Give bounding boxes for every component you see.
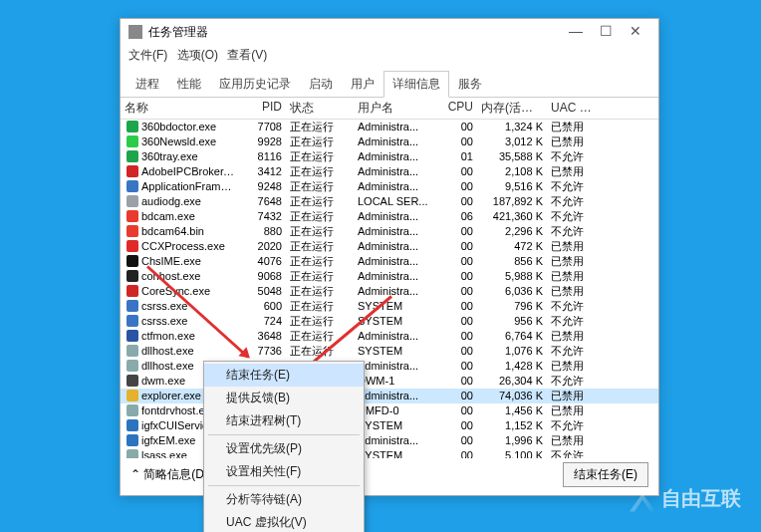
- menubar: 文件(F) 选项(O) 查看(V): [121, 45, 658, 66]
- table-row[interactable]: igfxCUIServiceSYSTEM001,152 K不允许: [121, 418, 658, 433]
- table-row[interactable]: lsass.exeSYSTEM005,100 K不允许: [121, 448, 658, 458]
- titlebar[interactable]: 任务管理器 — ☐ ✕: [121, 19, 658, 45]
- window-title: 任务管理器: [148, 24, 561, 41]
- table-row[interactable]: igfxEM.exeAdministra...001,996 K已禁用: [121, 433, 658, 448]
- col-uac[interactable]: UAC 虚拟化: [547, 100, 603, 117]
- context-menu-item[interactable]: 结束进程树(T): [204, 409, 364, 432]
- table-row[interactable]: dwm.exe1076正在运行DWM-10026,304 K不允许: [121, 374, 658, 389]
- app-icon: [128, 25, 142, 39]
- context-menu-item[interactable]: UAC 虚拟化(V): [204, 511, 364, 532]
- context-menu-item[interactable]: 提供反馈(B): [204, 387, 364, 409]
- table-row[interactable]: conhost.exe9068正在运行Administra...005,988 …: [121, 269, 658, 284]
- table-row[interactable]: explorer.exe4256正在运行Administra...0074,03…: [121, 389, 658, 403]
- table-row[interactable]: csrss.exe600正在运行SYSTEM00796 K不允许: [121, 299, 658, 314]
- table-row[interactable]: dllhost.exe9872正在运行Administra...001,428 …: [121, 359, 658, 374]
- col-cpu[interactable]: CPU: [439, 100, 477, 117]
- table-row[interactable]: bdcam.exe7432正在运行Administra...06421,360 …: [121, 209, 658, 224]
- context-menu-item[interactable]: 设置相关性(F): [204, 460, 364, 483]
- col-status[interactable]: 状态: [286, 100, 354, 117]
- watermark: 自由互联: [630, 485, 741, 512]
- table-row[interactable]: audiodg.exe7648正在运行LOCAL SER...00187,892…: [121, 194, 658, 209]
- tab-1[interactable]: 性能: [168, 71, 210, 98]
- table-row[interactable]: fontdrvhost.exUMFD-0001,456 K已禁用: [121, 403, 658, 418]
- minimize-button[interactable]: —: [561, 22, 591, 42]
- context-menu-item[interactable]: 设置优先级(P): [204, 437, 364, 460]
- tab-bar: 进程性能应用历史记录启动用户详细信息服务: [121, 70, 658, 98]
- table-row[interactable]: dllhost.exe7736正在运行SYSTEM001,076 K不允许: [121, 344, 658, 359]
- table-row[interactable]: ctfmon.exe3648正在运行Administra...006,764 K…: [121, 329, 658, 344]
- col-name[interactable]: 名称: [121, 100, 238, 117]
- menu-view[interactable]: 查看(V): [227, 48, 267, 62]
- menu-file[interactable]: 文件(F): [128, 48, 167, 62]
- fewer-details-button[interactable]: ⌃ 简略信息(D): [130, 466, 208, 483]
- tab-3[interactable]: 启动: [300, 71, 342, 98]
- table-row[interactable]: 360bdoctor.exe7708正在运行Administra...001,3…: [121, 120, 658, 134]
- context-menu: 结束任务(E)提供反馈(B)结束进程树(T)设置优先级(P)设置相关性(F)分析…: [203, 361, 365, 532]
- table-row[interactable]: AdobeIPCBroker.exe3412正在运行Administra...0…: [121, 164, 658, 179]
- tab-6[interactable]: 服务: [449, 71, 491, 98]
- table-row[interactable]: ChsIME.exe4076正在运行Administra...00856 K已禁…: [121, 254, 658, 269]
- tab-0[interactable]: 进程: [127, 71, 168, 98]
- maximize-button[interactable]: ☐: [591, 22, 621, 42]
- table-row[interactable]: 360tray.exe8116正在运行Administra...0135,588…: [121, 149, 658, 164]
- tab-5[interactable]: 详细信息: [383, 71, 449, 98]
- table-row[interactable]: bdcam64.bin880正在运行Administra...002,296 K…: [121, 224, 658, 239]
- table-row[interactable]: CCXProcess.exe2020正在运行Administra...00472…: [121, 239, 658, 254]
- col-pid[interactable]: PID: [238, 100, 286, 117]
- context-menu-item[interactable]: 结束任务(E): [204, 364, 364, 387]
- col-mem[interactable]: 内存(活动的...: [477, 100, 547, 117]
- column-headers[interactable]: 名称 PID 状态 用户名 CPU 内存(活动的... UAC 虚拟化: [121, 98, 658, 120]
- context-menu-item[interactable]: 分析等待链(A): [204, 488, 364, 511]
- process-list: 360bdoctor.exe7708正在运行Administra...001,3…: [121, 120, 658, 458]
- tab-2[interactable]: 应用历史记录: [210, 71, 300, 98]
- task-manager-window: 任务管理器 — ☐ ✕ 文件(F) 选项(O) 查看(V) 进程性能应用历史记录…: [120, 18, 659, 496]
- table-row[interactable]: ApplicationFrameH...9248正在运行Administra..…: [121, 179, 658, 194]
- menu-options[interactable]: 选项(O): [177, 48, 218, 62]
- tab-4[interactable]: 用户: [342, 71, 383, 98]
- col-user[interactable]: 用户名: [354, 100, 439, 117]
- close-button[interactable]: ✕: [621, 22, 650, 42]
- end-task-button[interactable]: 结束任务(E): [563, 462, 648, 487]
- table-row[interactable]: 360Newsld.exe9928正在运行Administra...003,01…: [121, 134, 658, 149]
